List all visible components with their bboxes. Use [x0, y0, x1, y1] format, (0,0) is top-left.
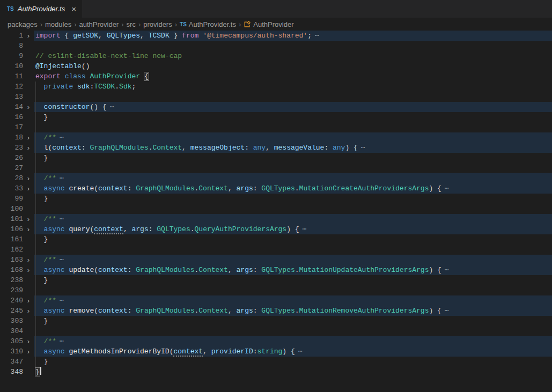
code-line-content: /**⋯ — [34, 132, 552, 143]
code-line-content — [34, 285, 552, 295]
fold-chevron-icon[interactable]: › — [23, 295, 34, 306]
code-line[interactable]: 106› async query(context, args: GQLTypes… — [0, 224, 552, 234]
fold-chevron-icon[interactable]: › — [23, 336, 34, 346]
fold-chevron-icon[interactable]: › — [23, 143, 34, 153]
code-line[interactable]: 28› /**⋯ — [0, 173, 552, 183]
code-line[interactable]: 14› constructor() {⋯ — [0, 102, 552, 112]
breadcrumb-separator-icon: › — [121, 20, 123, 28]
code-line[interactable]: 347 } — [0, 357, 552, 367]
code-line[interactable]: 9// eslint-disable-next-line new-cap — [0, 51, 552, 61]
code-line[interactable]: 240› /**⋯ — [0, 295, 552, 306]
code-line[interactable]: 100 — [0, 204, 552, 214]
fold-chevron-icon[interactable]: › — [23, 346, 34, 357]
code-token: args — [131, 225, 148, 233]
line-number: 100 — [0, 204, 23, 214]
breadcrumb-item-providers[interactable]: providers — [143, 20, 172, 28]
code-line[interactable]: 162 — [0, 245, 552, 255]
breadcrumb-item-packages[interactable]: packages — [8, 20, 38, 28]
code-line[interactable]: 245› async remove(context: GraphQLModule… — [0, 306, 552, 316]
code-token: context — [173, 347, 203, 357]
folded-code-ellipsis[interactable]: ⋯ — [441, 307, 449, 315]
fold-chevron-icon[interactable]: › — [23, 132, 34, 143]
line-number: 33 — [0, 183, 23, 194]
code-line[interactable]: 11export class AuthProvider { — [0, 71, 552, 82]
folded-code-ellipsis[interactable]: ⋯ — [56, 256, 64, 264]
code-token: , — [98, 32, 107, 40]
code-line[interactable]: 8 — [0, 41, 552, 51]
gutter-spacer — [23, 194, 34, 204]
code-line-content — [34, 41, 552, 51]
code-line[interactable]: 163› /**⋯ — [0, 255, 552, 265]
code-line[interactable]: 101› /**⋯ — [0, 214, 552, 224]
breadcrumb-item-authprovider-ts[interactable]: TSAuthProvider.ts — [180, 20, 236, 28]
fold-chevron-icon[interactable]: › — [23, 224, 34, 234]
folded-code-ellipsis[interactable]: ⋯ — [56, 337, 64, 345]
fold-chevron-icon[interactable]: › — [23, 102, 34, 112]
code-line[interactable]: 168› async update(context: GraphQLModule… — [0, 265, 552, 275]
breadcrumb-item-authprovider[interactable]: authProvider — [79, 20, 119, 28]
fold-chevron-icon[interactable]: › — [23, 214, 34, 224]
code-line[interactable]: 12 private sdk:TCSDK.Sdk; — [0, 82, 552, 92]
fold-chevron-icon[interactable]: › — [23, 255, 34, 265]
folded-code-ellipsis[interactable]: ⋯ — [56, 297, 64, 305]
code-line[interactable]: 33› async create(context: GraphQLModules… — [0, 183, 552, 194]
folded-code-ellipsis[interactable]: ⋯ — [441, 184, 449, 193]
code-line[interactable]: 161 } — [0, 234, 552, 245]
code-token: async — [44, 225, 65, 233]
fold-chevron-icon[interactable]: › — [23, 306, 34, 316]
code-token: args — [237, 307, 253, 315]
code-line[interactable]: 26 } — [0, 153, 552, 163]
code-token: . — [190, 225, 195, 233]
folded-code-ellipsis[interactable]: ⋯ — [299, 225, 307, 233]
code-token: : — [245, 144, 253, 152]
folded-code-ellipsis[interactable]: ⋯ — [441, 266, 449, 274]
code-line[interactable]: 304 — [0, 326, 552, 336]
code-line-content: } — [34, 234, 552, 245]
code-line[interactable]: 1›import { getSDK, GQLTypes, TCSDK } fro… — [0, 31, 552, 41]
code-token — [35, 83, 44, 91]
folded-code-ellipsis[interactable]: ⋯ — [312, 32, 319, 40]
code-line[interactable]: 23› l(context: GraphQLModules.Context, m… — [0, 143, 552, 153]
code-token: Context — [198, 266, 228, 274]
breadcrumb-item-modules[interactable]: modules — [45, 20, 71, 28]
fold-chevron-icon[interactable]: › — [23, 183, 34, 194]
breadcrumb-separator-icon: › — [175, 20, 177, 28]
code-token: ) { — [286, 225, 299, 233]
line-number: 163 — [0, 255, 23, 265]
code-token: : — [253, 184, 262, 193]
code-line[interactable]: 10@Injectable() — [0, 61, 552, 71]
folded-code-ellipsis[interactable]: ⋯ — [358, 144, 365, 152]
code-line[interactable]: 27 — [0, 163, 552, 173]
folded-code-ellipsis[interactable]: ⋯ — [295, 347, 303, 356]
close-icon[interactable]: × — [71, 5, 76, 13]
breadcrumb-item-authprovider[interactable]: AuthProvider — [244, 20, 293, 28]
code-line[interactable]: 348} — [0, 367, 552, 377]
code-token: GraphQLModules — [90, 144, 148, 152]
code-line[interactable]: 303 } — [0, 316, 552, 326]
folded-code-ellipsis[interactable]: ⋯ — [56, 215, 64, 223]
code-token: ( — [94, 266, 98, 274]
code-line[interactable]: 18› /**⋯ — [0, 132, 552, 143]
text-cursor — [40, 367, 41, 375]
code-line[interactable]: 305› /**⋯ — [0, 336, 552, 346]
code-token: Sdk — [119, 83, 131, 91]
code-line[interactable]: 16 } — [0, 112, 552, 122]
fold-chevron-icon[interactable]: › — [23, 173, 34, 183]
line-number: 13 — [0, 92, 23, 102]
fold-chevron-icon[interactable]: › — [23, 31, 34, 41]
code-line[interactable]: 239 — [0, 285, 552, 295]
code-token: ) { — [282, 347, 295, 356]
code-token: : — [324, 144, 333, 152]
breadcrumb-item-src[interactable]: src — [127, 20, 136, 28]
breadcrumb-separator-icon: › — [138, 20, 141, 28]
tab-authprovider[interactable]: TS AuthProvider.ts × — [0, 0, 82, 18]
code-line[interactable]: 310› async getMethodsInProviderByID(cont… — [0, 346, 552, 357]
fold-chevron-icon[interactable]: › — [23, 265, 34, 275]
code-line[interactable]: 238 } — [0, 275, 552, 285]
folded-code-ellipsis[interactable]: ⋯ — [56, 134, 64, 142]
folded-code-ellipsis[interactable]: ⋯ — [107, 103, 114, 111]
code-line[interactable]: 13 — [0, 92, 552, 102]
code-line[interactable]: 17 — [0, 122, 552, 132]
code-line[interactable]: 99 } — [0, 194, 552, 204]
folded-code-ellipsis[interactable]: ⋯ — [56, 174, 64, 182]
